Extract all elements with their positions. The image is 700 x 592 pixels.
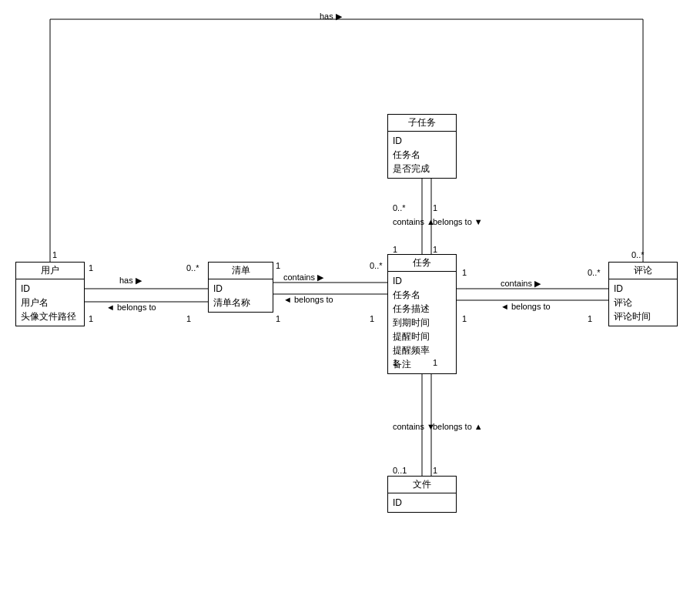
rel-task-subtask-belongs: belongs to ▼ — [433, 217, 483, 226]
field-checklist-name: 清单名称 — [213, 296, 268, 309]
field-checklist-id: ID — [213, 282, 268, 296]
card-user-belongs-1b: 1 — [186, 314, 191, 323]
card-subtask-belongs-1b: 1 — [433, 245, 437, 254]
card-task-file-0one: 0..1 — [393, 466, 407, 475]
field-user-name: 用户名 — [21, 296, 79, 309]
card-checklist-contains-1a: 1 — [276, 261, 280, 270]
field-task-remind-time: 提醒时间 — [393, 329, 451, 343]
card-user-top-1: 1 — [52, 250, 57, 259]
card-user-belongs-1a: 1 — [89, 314, 93, 323]
rel-checklist-task-belongs: ◄ belongs to — [283, 295, 333, 304]
card-task-comment-1a: 1 — [462, 268, 467, 277]
entity-comment-body: ID 评论 评论时间 — [609, 279, 677, 326]
card-user-has-0star: 0..* — [186, 263, 199, 273]
card-checklist-belongs-1a: 1 — [276, 314, 280, 323]
field-file-id: ID — [393, 496, 451, 510]
field-subtask-done: 是否完成 — [393, 162, 451, 176]
entity-subtask-title: 子任务 — [388, 115, 456, 132]
field-user-id: ID — [21, 282, 79, 296]
entity-comment-title: 评论 — [609, 263, 677, 279]
card-user-has-1a: 1 — [89, 263, 93, 273]
field-task-remind-freq: 提醒频率 — [393, 343, 451, 357]
card-task-comment-1c: 1 — [588, 314, 592, 323]
rel-task-comment-contains: contains ▶ — [501, 279, 541, 289]
entity-file-body: ID — [388, 493, 456, 512]
entity-checklist-title: 清单 — [209, 263, 273, 279]
card-task-file-1c: 1 — [433, 466, 437, 475]
rel-task-subtask-contains: contains ▲ — [393, 217, 435, 226]
field-comment-text: 评论 — [614, 296, 672, 309]
entity-file-title: 文件 — [388, 477, 456, 493]
entity-user-title: 用户 — [16, 263, 84, 279]
rel-user-checklist-has: has ▶ — [119, 276, 142, 286]
field-comment-id: ID — [614, 282, 672, 296]
entity-subtask: 子任务 ID 任务名 是否完成 — [387, 114, 457, 179]
card-subtask-contains-1a: 1 — [393, 245, 397, 254]
entity-task-title: 任务 — [388, 255, 456, 272]
field-subtask-id: ID — [393, 134, 451, 148]
field-task-name: 任务名 — [393, 288, 451, 302]
entity-comment: 评论 ID 评论 评论时间 — [608, 262, 678, 326]
entity-user-body: ID 用户名 头像文件路径 — [16, 279, 84, 326]
card-checklist-contains-0star: 0..* — [370, 261, 383, 270]
rel-task-file-belongs: belongs to ▲ — [433, 422, 483, 431]
card-subtask-belongs-1a: 1 — [433, 203, 437, 212]
field-task-note: 备注 — [393, 357, 451, 371]
field-task-id: ID — [393, 274, 451, 288]
field-task-desc: 任务描述 — [393, 302, 451, 316]
field-comment-time: 评论时间 — [614, 309, 672, 323]
entity-user: 用户 ID 用户名 头像文件路径 — [15, 262, 85, 326]
field-task-due: 到期时间 — [393, 316, 451, 329]
erd-diagram: 用户 ID 用户名 头像文件路径 清单 ID 清单名称 任务 ID 任务名 任务… — [0, 0, 700, 592]
card-task-file-1b: 1 — [433, 358, 437, 367]
card-subtask-contains-0star: 0..* — [393, 203, 406, 212]
entity-subtask-body: ID 任务名 是否完成 — [388, 132, 456, 178]
entity-task: 任务 ID 任务名 任务描述 到期时间 提醒时间 提醒频率 备注 — [387, 254, 457, 374]
rel-task-comment-belongs: ◄ belongs to — [501, 302, 551, 311]
entity-file: 文件 ID — [387, 476, 457, 513]
card-task-comment-0star: 0..* — [588, 268, 601, 277]
card-task-file-1a: 1 — [393, 358, 397, 367]
card-checklist-belongs-1b: 1 — [370, 314, 374, 323]
rel-user-checklist-belongs: ◄ belongs to — [106, 303, 156, 312]
card-task-comment-1b: 1 — [462, 314, 467, 323]
rel-checklist-task-contains: contains ▶ — [283, 273, 323, 283]
field-subtask-name: 任务名 — [393, 148, 451, 162]
field-user-avatar: 头像文件路径 — [21, 309, 79, 323]
rel-user-comment-has: has ▶ — [320, 12, 342, 22]
entity-checklist: 清单 ID 清单名称 — [208, 262, 273, 313]
entity-task-body: ID 任务名 任务描述 到期时间 提醒时间 提醒频率 备注 — [388, 272, 456, 373]
rel-task-file-contains: contains ▼ — [393, 422, 435, 431]
card-comment-top-0star: 0..* — [631, 250, 645, 259]
entity-checklist-body: ID 清单名称 — [209, 279, 273, 312]
